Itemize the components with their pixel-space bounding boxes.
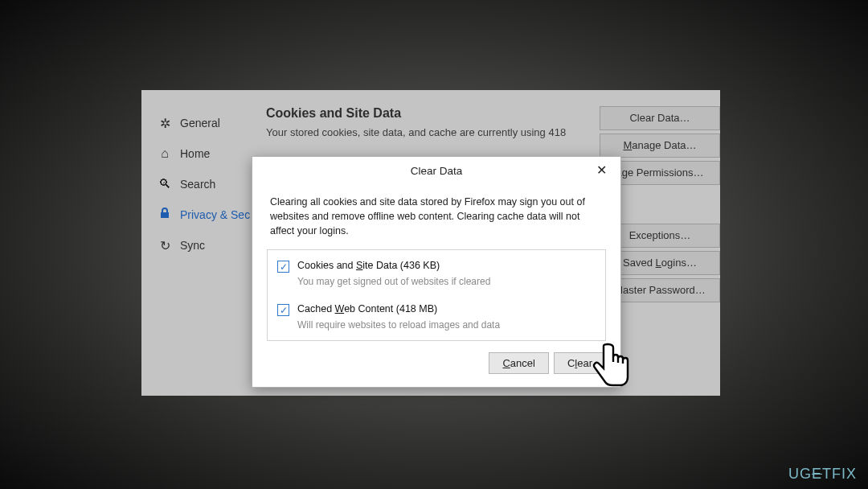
option-label: Cookies and Site Data (436 KB) — [297, 260, 440, 271]
option-cache[interactable]: ✓ Cached Web Content (418 MB) Will requi… — [268, 295, 605, 339]
sidebar-item-general[interactable]: ✲ General — [158, 108, 266, 138]
search-icon: 🔍︎ — [158, 177, 172, 191]
clear-data-dialog: Clear Data ✕ Clearing all cookies and si… — [252, 156, 621, 388]
gear-icon: ✲ — [158, 116, 172, 131]
sync-icon: ↻ — [158, 238, 172, 253]
checkbox-checked-icon[interactable]: ✓ — [277, 304, 289, 316]
clear-data-button[interactable]: Clear Data… — [600, 106, 720, 130]
manage-data-button[interactable]: Manage Data… — [600, 134, 720, 158]
section-desc: Your stored cookies, site data, and cach… — [266, 125, 612, 140]
checkbox-checked-icon[interactable]: ✓ — [277, 261, 289, 273]
dialog-title: Clear Data — [411, 165, 463, 177]
option-sublabel: You may get signed out of websites if cl… — [297, 276, 596, 287]
sidebar-item-sync[interactable]: ↻ Sync — [158, 230, 266, 261]
option-sublabel: Will require websites to reload images a… — [297, 319, 596, 331]
lock-icon — [158, 207, 172, 223]
sidebar-item-home[interactable]: ⌂ Home — [158, 138, 266, 169]
settings-sidebar: ✲ General ⌂ Home 🔍︎ Search Privacy & Sec… — [141, 90, 266, 396]
sidebar-item-label: General — [180, 117, 220, 129]
dialog-message: Clearing all cookies and site data store… — [267, 183, 606, 249]
option-label: Cached Web Content (418 MB) — [297, 303, 437, 314]
clear-button[interactable]: Clear — [554, 352, 606, 374]
option-cookies[interactable]: ✓ Cookies and Site Data (436 KB) You may… — [268, 252, 605, 295]
cancel-button[interactable]: Cancel — [489, 352, 548, 374]
home-icon: ⌂ — [158, 146, 172, 161]
sidebar-item-label: Search — [180, 178, 215, 191]
close-icon[interactable]: ✕ — [593, 163, 609, 179]
watermark: UGETFIX — [788, 466, 857, 483]
sidebar-item-label: Sync — [180, 239, 205, 252]
sidebar-item-privacy[interactable]: Privacy & Sec — [158, 199, 266, 230]
sidebar-item-label: Home — [180, 147, 210, 160]
sidebar-item-label: Privacy & Sec — [180, 208, 250, 221]
options-box: ✓ Cookies and Site Data (436 KB) You may… — [267, 249, 606, 341]
sidebar-item-search[interactable]: 🔍︎ Search — [158, 169, 266, 199]
